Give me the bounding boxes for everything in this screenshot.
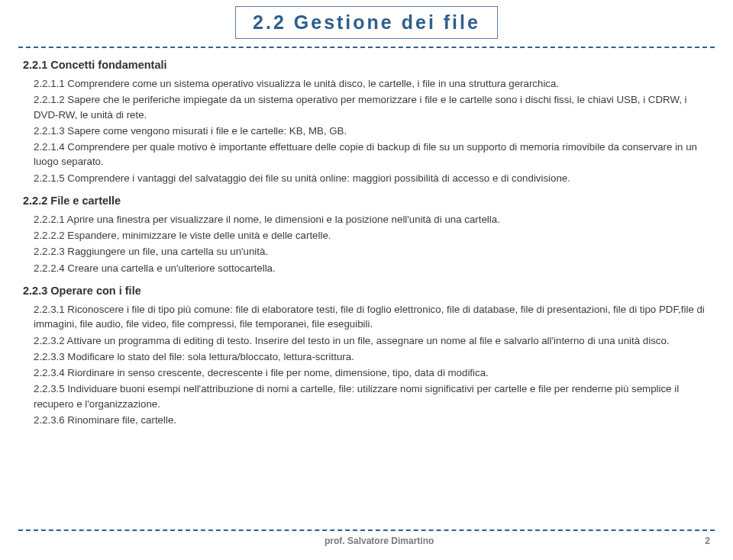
section-heading-3: 2.2.3 Operare con i file — [23, 283, 710, 299]
item-text: 2.2.1.1 Comprendere come un sistema oper… — [34, 76, 710, 91]
item-text: 2.2.2.1 Aprire una finestra per visualiz… — [34, 212, 710, 227]
section-items-1: 2.2.1.1 Comprendere come un sistema oper… — [23, 76, 710, 185]
item-text: 2.2.1.5 Comprendere i vantaggi del salva… — [34, 171, 710, 185]
footer-author: prof. Salvatore Dimartino — [23, 536, 705, 546]
item-text: 2.2.3.6 Rinominare file, cartelle. — [34, 413, 710, 427]
item-text: 2.2.3.3 Modificare lo stato del file: so… — [34, 349, 710, 364]
section-heading-1: 2.2.1 Concetti fondamentali — [23, 57, 710, 73]
section-heading-2: 2.2.2 File e cartelle — [23, 193, 710, 209]
footer: prof. Salvatore Dimartino 2 — [0, 529, 733, 546]
item-text: 2.2.1.2 Sapere che le periferiche impieg… — [34, 92, 710, 122]
item-text: 2.2.3.4 Riordinare in senso crescente, d… — [34, 365, 710, 380]
item-text: 2.2.3.1 Riconoscere i file di tipo più c… — [34, 302, 710, 332]
item-text: 2.2.1.4 Comprendere per quale motivo è i… — [34, 140, 710, 169]
section-items-2: 2.2.2.1 Aprire una finestra per visualiz… — [23, 212, 710, 275]
page-title: 2.2 Gestione dei file — [235, 6, 498, 39]
document-body: 2.2.1 Concetti fondamentali 2.2.1.1 Comp… — [0, 57, 733, 427]
divider-bottom — [18, 529, 715, 531]
section-items-3: 2.2.3.1 Riconoscere i file di tipo più c… — [23, 302, 710, 427]
item-text: 2.2.2.3 Raggiungere un file, una cartell… — [34, 244, 710, 259]
item-text: 2.2.2.2 Espandere, minimizzare le viste … — [34, 228, 710, 243]
item-text: 2.2.2.4 Creare una cartella e un'ulterio… — [34, 261, 710, 275]
footer-page-number: 2 — [705, 536, 710, 546]
divider-top — [18, 47, 715, 48]
item-text: 2.2.3.2 Attivare un programma di editing… — [34, 333, 710, 348]
item-text: 2.2.3.5 Individuare buoni esempi nell'at… — [34, 381, 710, 411]
item-text: 2.2.1.3 Sapere come vengono misurati i f… — [34, 124, 710, 138]
